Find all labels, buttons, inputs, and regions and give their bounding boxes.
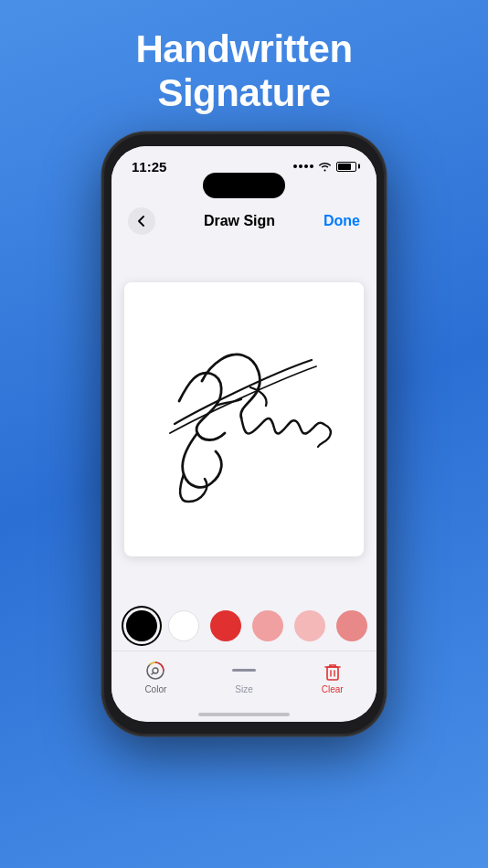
phone-frame: 11:25 [102, 132, 386, 736]
done-button[interactable]: Done [324, 213, 360, 229]
status-time: 11:25 [132, 159, 166, 175]
color-picker [111, 598, 377, 651]
color-tab-icon [143, 659, 167, 683]
phone-screen: 11:25 [111, 146, 377, 722]
color-swatch-light-red2[interactable] [294, 610, 325, 641]
size-tab-icon [232, 659, 256, 683]
nav-bar: Draw Sign Done [111, 198, 377, 242]
home-indicator [198, 713, 290, 716]
color-swatch-light-red1[interactable] [252, 610, 283, 641]
back-button[interactable] [128, 207, 155, 235]
headline-line1: Handwritten [135, 27, 352, 70]
tab-size[interactable]: Size [200, 659, 289, 694]
signature-canvas[interactable] [124, 282, 364, 556]
battery-icon [336, 162, 356, 172]
headline-line2: Signature [157, 71, 330, 114]
signature-area-wrapper [111, 242, 377, 598]
clear-tab-label: Clear [322, 684, 344, 694]
status-icons [293, 161, 356, 172]
dynamic-island [203, 173, 285, 198]
tab-color[interactable]: Color [111, 659, 200, 694]
size-tab-label: Size [235, 684, 252, 694]
svg-rect-2 [327, 667, 338, 680]
clear-tab-icon [321, 659, 345, 683]
tab-clear[interactable]: Clear [288, 659, 377, 694]
color-swatch-light-red3[interactable] [336, 610, 367, 641]
headline: Handwritten Signature [135, 27, 352, 116]
color-swatch-red[interactable] [210, 610, 241, 641]
color-swatch-white[interactable] [168, 610, 199, 641]
signature-drawing [124, 282, 364, 556]
color-tab-label: Color [144, 684, 166, 694]
nav-title: Draw Sign [204, 213, 275, 229]
color-swatch-black[interactable] [126, 610, 157, 641]
signal-icon [293, 164, 313, 168]
tab-bar: Color Size Clear [111, 651, 377, 713]
wifi-icon [318, 161, 332, 172]
